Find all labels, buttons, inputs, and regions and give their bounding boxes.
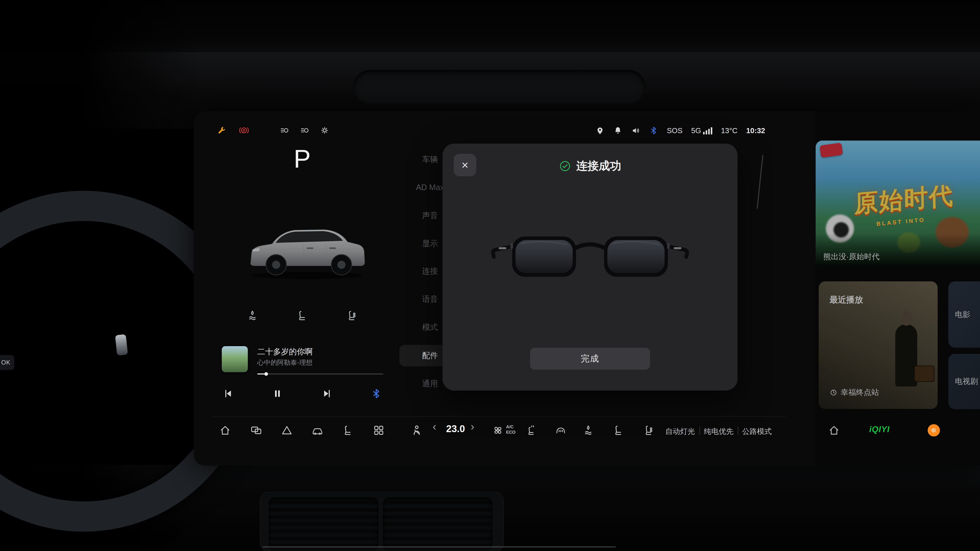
connection-success-modal: × 连接成功 <box>442 144 738 391</box>
iqiyi-app-button[interactable]: iQIYI <box>869 424 890 434</box>
recently-played-label: 最近播放 <box>829 294 863 306</box>
seat-heating-button[interactable] <box>525 424 538 437</box>
modal-done-button[interactable]: 完成 <box>530 348 650 370</box>
driver-profile-button[interactable] <box>410 424 423 437</box>
gear-indicator: P <box>286 145 319 172</box>
status-bar-right: SOS 5G 13°C 10:32 <box>595 125 765 136</box>
volume-icon[interactable] <box>631 126 640 135</box>
recently-played-card[interactable]: 最近播放 幸福终点站 <box>819 281 938 409</box>
ac-label: A/C <box>506 424 515 429</box>
temp-increase-button[interactable]: › <box>471 421 474 432</box>
recent-movie-caption: 幸福终点站 <box>829 387 879 398</box>
seat-massage-button[interactable] <box>643 424 655 437</box>
ok-button-label: OK <box>1 359 11 366</box>
signal-bars-icon <box>703 127 712 135</box>
album-art[interactable] <box>222 346 248 372</box>
eco-label: ECO <box>506 430 515 435</box>
air-vent-left <box>269 497 379 551</box>
dash-trim-highlight <box>262 546 616 548</box>
toolbar-divider <box>212 416 786 417</box>
clock: 10:32 <box>746 127 765 135</box>
next-track-button[interactable] <box>321 388 332 399</box>
network-status: 5G <box>691 127 712 135</box>
background-glasses-temple <box>757 155 763 209</box>
fragrance-icon[interactable] <box>246 310 259 322</box>
seat-massage-icon[interactable] <box>346 310 359 322</box>
featured-poster-caption: 熊出没·原始时代 <box>823 251 880 262</box>
ev-priority-toggle[interactable]: 纯电优先 <box>704 427 733 437</box>
modal-header: 连接成功 <box>442 159 738 173</box>
pause-button[interactable] <box>272 388 283 399</box>
hazard-button[interactable] <box>281 424 293 437</box>
driver-temperature[interactable]: 23.0 <box>443 424 468 434</box>
seat-ventilation-button[interactable] <box>612 424 625 437</box>
headlight-indicator-icon <box>280 125 290 135</box>
entertainment-home-button[interactable] <box>828 424 840 437</box>
category-card-movies[interactable]: 电影 <box>948 281 980 348</box>
poster-art-tagline: BLAST INTO <box>876 217 925 227</box>
song-progress-knob[interactable] <box>264 372 268 376</box>
air-vent-right <box>383 497 493 551</box>
fog-lamp-indicator-icon <box>320 125 329 135</box>
sos-button[interactable]: SOS <box>667 127 682 135</box>
location-icon[interactable] <box>595 126 605 135</box>
temp-decrease-button[interactable]: ‹ <box>433 421 436 432</box>
ac-eco-labels[interactable]: A/C ECO <box>506 424 515 435</box>
steering-ok-button[interactable]: OK <box>0 355 14 370</box>
poster-art-title: 原始时代 <box>854 179 954 220</box>
audio-app-button[interactable] <box>928 424 940 437</box>
parking-brake-icon <box>239 125 249 135</box>
notification-bell-icon[interactable] <box>613 126 622 135</box>
infotainment-screen: SOS 5G 13°C 10:32 P <box>194 111 980 465</box>
song-artist: 心中的阿勒泰-理想 <box>257 358 313 367</box>
audio-app-waves-icon <box>929 426 938 435</box>
bluetooth-status-icon[interactable] <box>649 126 658 135</box>
toggle-separator <box>738 427 738 435</box>
poster-brand-badge <box>819 143 843 158</box>
bluetooth-audio-button[interactable] <box>371 388 382 399</box>
smart-glasses-image <box>488 222 692 291</box>
featured-poster-card[interactable]: 原始时代 BLAST INTO 熊出没·原始时代 <box>816 141 980 266</box>
home-button[interactable] <box>219 424 231 437</box>
song-progress-bar[interactable] <box>257 373 383 375</box>
success-check-icon <box>559 160 571 172</box>
category-card-tv[interactable]: 电视剧 <box>948 354 980 409</box>
toggle-separator <box>700 427 700 435</box>
seat-adjust-icon[interactable] <box>296 310 309 322</box>
defrost-button[interactable] <box>555 424 567 437</box>
fragrance-button[interactable] <box>582 424 594 437</box>
service-warning-icon <box>217 125 227 135</box>
outside-temperature: 13°C <box>721 127 738 135</box>
vehicle-illustration <box>240 199 372 283</box>
display-switch-button[interactable] <box>250 424 262 437</box>
dashboard-speaker-grille <box>353 70 646 103</box>
history-clock-icon <box>829 389 838 397</box>
app-grid-button[interactable] <box>372 424 385 437</box>
position-lamp-indicator-icon <box>300 125 310 135</box>
seat-control-button[interactable] <box>342 424 354 437</box>
previous-track-button[interactable] <box>223 388 234 399</box>
road-mode-toggle[interactable]: 公路模式 <box>742 427 772 437</box>
fan-icon[interactable] <box>492 424 504 437</box>
steering-column-stalk[interactable] <box>115 334 128 356</box>
car-interior-scene: OK SOS 5G 13°C 10:32 P <box>0 0 980 551</box>
network-label: 5G <box>691 127 701 135</box>
song-title: 二十多岁的你啊 <box>257 346 313 357</box>
auto-light-toggle[interactable]: 自动灯光 <box>665 427 695 437</box>
modal-title: 连接成功 <box>576 159 621 173</box>
vehicle-control-button[interactable] <box>311 424 324 437</box>
